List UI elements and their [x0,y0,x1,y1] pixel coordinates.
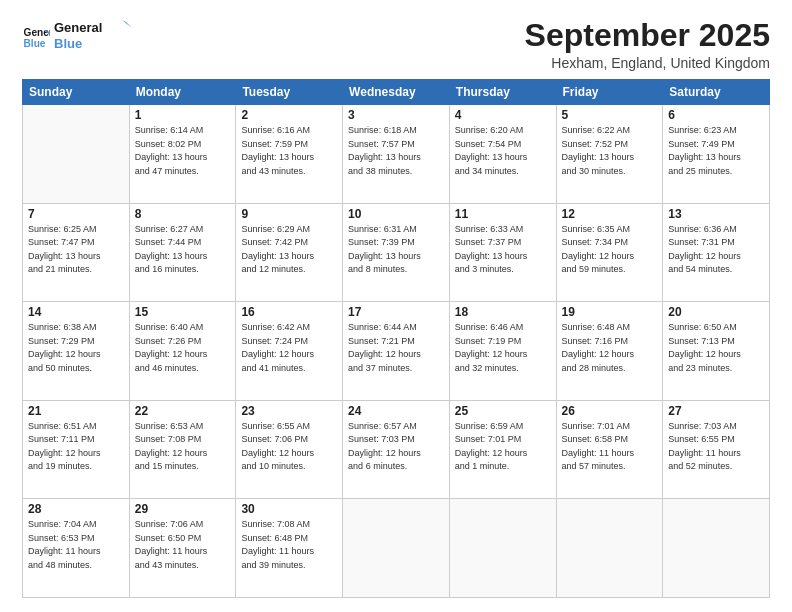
calendar-cell: 7Sunrise: 6:25 AMSunset: 7:47 PMDaylight… [23,203,130,302]
calendar-cell: 1Sunrise: 6:14 AMSunset: 8:02 PMDaylight… [129,105,236,204]
day-info: Sunrise: 6:48 AMSunset: 7:16 PMDaylight:… [562,321,658,375]
day-number: 22 [135,404,231,418]
calendar-cell: 12Sunrise: 6:35 AMSunset: 7:34 PMDayligh… [556,203,663,302]
day-info: Sunrise: 6:55 AMSunset: 7:06 PMDaylight:… [241,420,337,474]
calendar-cell: 29Sunrise: 7:06 AMSunset: 6:50 PMDayligh… [129,499,236,598]
day-number: 30 [241,502,337,516]
calendar-cell: 24Sunrise: 6:57 AMSunset: 7:03 PMDayligh… [343,400,450,499]
calendar-cell: 23Sunrise: 6:55 AMSunset: 7:06 PMDayligh… [236,400,343,499]
calendar-cell: 11Sunrise: 6:33 AMSunset: 7:37 PMDayligh… [449,203,556,302]
calendar-header-row: Sunday Monday Tuesday Wednesday Thursday… [23,80,770,105]
day-info: Sunrise: 6:31 AMSunset: 7:39 PMDaylight:… [348,223,444,277]
calendar-cell: 2Sunrise: 6:16 AMSunset: 7:59 PMDaylight… [236,105,343,204]
location-subtitle: Hexham, England, United Kingdom [525,55,770,71]
day-info: Sunrise: 6:53 AMSunset: 7:08 PMDaylight:… [135,420,231,474]
day-number: 10 [348,207,444,221]
day-info: Sunrise: 6:42 AMSunset: 7:24 PMDaylight:… [241,321,337,375]
calendar-cell: 5Sunrise: 6:22 AMSunset: 7:52 PMDaylight… [556,105,663,204]
day-number: 1 [135,108,231,122]
calendar-cell: 17Sunrise: 6:44 AMSunset: 7:21 PMDayligh… [343,302,450,401]
week-row-1: 1Sunrise: 6:14 AMSunset: 8:02 PMDaylight… [23,105,770,204]
calendar-cell: 20Sunrise: 6:50 AMSunset: 7:13 PMDayligh… [663,302,770,401]
day-number: 8 [135,207,231,221]
calendar-table: Sunday Monday Tuesday Wednesday Thursday… [22,79,770,598]
svg-text:Blue: Blue [24,38,46,49]
calendar-cell [556,499,663,598]
calendar-cell [343,499,450,598]
day-number: 25 [455,404,551,418]
day-number: 23 [241,404,337,418]
day-number: 24 [348,404,444,418]
day-info: Sunrise: 6:51 AMSunset: 7:11 PMDaylight:… [28,420,124,474]
day-info: Sunrise: 6:36 AMSunset: 7:31 PMDaylight:… [668,223,764,277]
month-title: September 2025 [525,18,770,53]
calendar-cell: 22Sunrise: 6:53 AMSunset: 7:08 PMDayligh… [129,400,236,499]
day-info: Sunrise: 6:33 AMSunset: 7:37 PMDaylight:… [455,223,551,277]
col-monday: Monday [129,80,236,105]
day-info: Sunrise: 6:40 AMSunset: 7:26 PMDaylight:… [135,321,231,375]
day-number: 20 [668,305,764,319]
col-thursday: Thursday [449,80,556,105]
page: General Blue General Blue September 2025… [0,0,792,612]
day-info: Sunrise: 6:27 AMSunset: 7:44 PMDaylight:… [135,223,231,277]
col-saturday: Saturday [663,80,770,105]
day-info: Sunrise: 6:16 AMSunset: 7:59 PMDaylight:… [241,124,337,178]
day-number: 29 [135,502,231,516]
day-number: 17 [348,305,444,319]
day-number: 7 [28,207,124,221]
day-info: Sunrise: 6:59 AMSunset: 7:01 PMDaylight:… [455,420,551,474]
day-number: 15 [135,305,231,319]
day-number: 26 [562,404,658,418]
svg-text:General: General [54,20,102,35]
calendar-cell: 9Sunrise: 6:29 AMSunset: 7:42 PMDaylight… [236,203,343,302]
day-info: Sunrise: 6:35 AMSunset: 7:34 PMDaylight:… [562,223,658,277]
day-info: Sunrise: 6:23 AMSunset: 7:49 PMDaylight:… [668,124,764,178]
day-info: Sunrise: 6:50 AMSunset: 7:13 PMDaylight:… [668,321,764,375]
day-info: Sunrise: 6:20 AMSunset: 7:54 PMDaylight:… [455,124,551,178]
logo-icon: General Blue [22,24,50,52]
day-number: 28 [28,502,124,516]
day-number: 12 [562,207,658,221]
calendar-cell: 27Sunrise: 7:03 AMSunset: 6:55 PMDayligh… [663,400,770,499]
day-number: 9 [241,207,337,221]
col-sunday: Sunday [23,80,130,105]
logo: General Blue General Blue [22,18,134,58]
calendar-cell: 21Sunrise: 6:51 AMSunset: 7:11 PMDayligh… [23,400,130,499]
calendar-cell: 18Sunrise: 6:46 AMSunset: 7:19 PMDayligh… [449,302,556,401]
day-number: 13 [668,207,764,221]
day-info: Sunrise: 7:01 AMSunset: 6:58 PMDaylight:… [562,420,658,474]
day-info: Sunrise: 7:06 AMSunset: 6:50 PMDaylight:… [135,518,231,572]
day-info: Sunrise: 7:03 AMSunset: 6:55 PMDaylight:… [668,420,764,474]
col-tuesday: Tuesday [236,80,343,105]
day-number: 14 [28,305,124,319]
calendar-cell: 30Sunrise: 7:08 AMSunset: 6:48 PMDayligh… [236,499,343,598]
day-info: Sunrise: 6:25 AMSunset: 7:47 PMDaylight:… [28,223,124,277]
day-info: Sunrise: 6:18 AMSunset: 7:57 PMDaylight:… [348,124,444,178]
svg-text:Blue: Blue [54,36,82,51]
day-number: 2 [241,108,337,122]
day-info: Sunrise: 6:46 AMSunset: 7:19 PMDaylight:… [455,321,551,375]
day-number: 5 [562,108,658,122]
calendar-cell: 13Sunrise: 6:36 AMSunset: 7:31 PMDayligh… [663,203,770,302]
day-number: 4 [455,108,551,122]
col-wednesday: Wednesday [343,80,450,105]
day-info: Sunrise: 6:57 AMSunset: 7:03 PMDaylight:… [348,420,444,474]
day-number: 11 [455,207,551,221]
day-number: 27 [668,404,764,418]
calendar-cell [449,499,556,598]
logo-svg: General Blue [54,18,134,54]
calendar-cell: 14Sunrise: 6:38 AMSunset: 7:29 PMDayligh… [23,302,130,401]
calendar-cell: 8Sunrise: 6:27 AMSunset: 7:44 PMDaylight… [129,203,236,302]
day-number: 21 [28,404,124,418]
calendar-cell: 6Sunrise: 6:23 AMSunset: 7:49 PMDaylight… [663,105,770,204]
header: General Blue General Blue September 2025… [22,18,770,71]
week-row-2: 7Sunrise: 6:25 AMSunset: 7:47 PMDaylight… [23,203,770,302]
day-info: Sunrise: 6:22 AMSunset: 7:52 PMDaylight:… [562,124,658,178]
week-row-5: 28Sunrise: 7:04 AMSunset: 6:53 PMDayligh… [23,499,770,598]
day-info: Sunrise: 6:29 AMSunset: 7:42 PMDaylight:… [241,223,337,277]
calendar-cell [663,499,770,598]
day-info: Sunrise: 6:38 AMSunset: 7:29 PMDaylight:… [28,321,124,375]
day-number: 18 [455,305,551,319]
day-number: 3 [348,108,444,122]
day-info: Sunrise: 6:44 AMSunset: 7:21 PMDaylight:… [348,321,444,375]
